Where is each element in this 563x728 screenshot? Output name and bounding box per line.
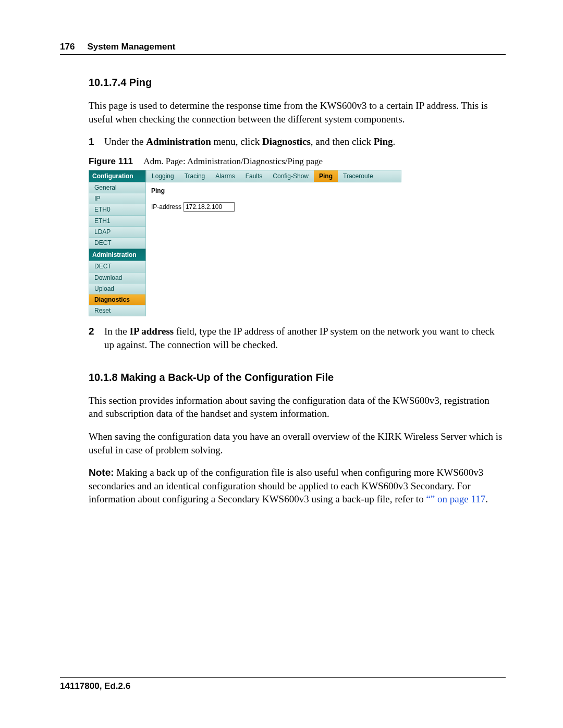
sidebar-item-general[interactable]: General <box>89 182 146 193</box>
sidebar-header-configuration: Configuration <box>89 170 146 182</box>
step-1: 1 Under the Administration menu, click D… <box>89 135 506 149</box>
ip-address-input[interactable] <box>183 202 235 212</box>
tab-traceroute[interactable]: Traceroute <box>338 170 378 182</box>
step-1-text: Under the Administration menu, click Dia… <box>104 135 506 149</box>
panel-title: Ping <box>151 187 396 195</box>
sidebar-item-ip[interactable]: IP <box>89 193 146 204</box>
tab-ping[interactable]: Ping <box>314 170 338 182</box>
sidebar-item-reset[interactable]: Reset <box>89 305 146 316</box>
figure-caption: Figure 111 Adm. Page: Administration/Dia… <box>89 156 506 168</box>
backup-note: Note: Making a back up of the configurat… <box>89 466 506 506</box>
main-panel: Logging Tracing Alarms Faults Config-Sho… <box>146 170 401 316</box>
backup-p2: When saving the configuration data you h… <box>89 430 506 456</box>
sidebar: Configuration General IP ETH0 ETH1 LDAP … <box>89 170 146 316</box>
tab-faults[interactable]: Faults <box>240 170 268 182</box>
admin-screenshot: Configuration General IP ETH0 ETH1 LDAP … <box>89 170 401 316</box>
tab-bar: Logging Tracing Alarms Faults Config-Sho… <box>146 170 401 182</box>
sidebar-item-admin-dect[interactable]: DECT <box>89 261 146 272</box>
sidebar-item-download[interactable]: Download <box>89 273 146 283</box>
step-number: 1 <box>89 135 104 149</box>
step-2-text: In the IP address field, type the IP add… <box>104 325 506 351</box>
footer-rule <box>60 677 506 678</box>
header-rule <box>60 54 506 55</box>
running-header: 176 System Management <box>60 42 506 52</box>
sidebar-item-diagnostics[interactable]: Diagnostics <box>89 294 146 305</box>
page-number: 176 <box>60 42 75 52</box>
sidebar-item-dect[interactable]: DECT <box>89 238 146 249</box>
chapter-title: System Management <box>87 42 175 52</box>
step-2: 2 In the IP address field, type the IP a… <box>89 325 506 351</box>
sidebar-item-upload[interactable]: Upload <box>89 283 146 294</box>
ping-intro: This page is used to determine the respo… <box>89 99 506 126</box>
sidebar-item-ldap[interactable]: LDAP <box>89 227 146 238</box>
footer: 14117800, Ed.2.6 <box>60 677 506 692</box>
tab-tracing[interactable]: Tracing <box>179 170 211 182</box>
sidebar-header-administration: Administration <box>89 249 146 261</box>
step-number: 2 <box>89 325 104 351</box>
figure-caption-text: Adm. Page: Administration/Diagnostics/Pi… <box>143 156 323 166</box>
ip-address-label: IP-address <box>151 203 181 211</box>
document-id: 14117800, Ed.2.6 <box>60 681 506 692</box>
figure-label: Figure 111 <box>89 156 133 166</box>
heading-backup: 10.1.8 Making a Back-Up of the Configura… <box>89 371 506 385</box>
tab-config-show[interactable]: Config-Show <box>267 170 314 182</box>
note-label: Note: <box>89 467 114 478</box>
heading-ping: 10.1.7.4 Ping <box>89 76 506 90</box>
tab-logging[interactable]: Logging <box>146 170 179 182</box>
backup-p1: This section provides information about … <box>89 394 506 421</box>
sidebar-item-eth0[interactable]: ETH0 <box>89 204 146 215</box>
tab-alarms[interactable]: Alarms <box>210 170 240 182</box>
page-117-link[interactable]: “” on page 117 <box>426 493 485 504</box>
sidebar-item-eth1[interactable]: ETH1 <box>89 216 146 227</box>
